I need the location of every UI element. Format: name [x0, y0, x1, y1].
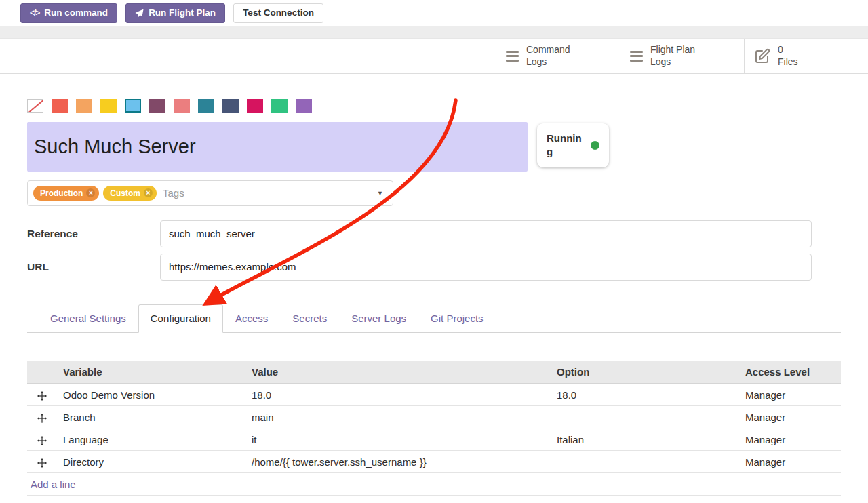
- remove-tag-icon[interactable]: ×: [144, 188, 153, 197]
- add-a-line-link[interactable]: Add a line: [31, 479, 76, 490]
- color-palette: [27, 99, 841, 113]
- cell-access-level[interactable]: Manager: [742, 384, 841, 406]
- tab-configuration[interactable]: Configuration: [138, 304, 223, 333]
- notebook-tabs: General Settings Configuration Access Se…: [27, 304, 841, 333]
- test-connection-label: Test Connection: [243, 8, 314, 18]
- run-command-button[interactable]: </> Run command: [20, 3, 117, 23]
- cell-option[interactable]: Italian: [553, 428, 742, 451]
- table-row[interactable]: Odoo Demo Version 18.0 18.0 Manager: [27, 384, 841, 406]
- cell-variable[interactable]: Language: [60, 428, 248, 451]
- field-group: Reference URL: [27, 220, 841, 281]
- cell-value[interactable]: /home/{{ tower.server.ssh_username }}: [248, 451, 553, 473]
- flight-plan-logs-label: Flight Plan Logs: [650, 44, 711, 68]
- color-swatch[interactable]: [247, 99, 263, 113]
- tag-production[interactable]: Production ×: [33, 186, 99, 201]
- test-connection-button[interactable]: Test Connection: [233, 3, 323, 23]
- table-row[interactable]: Branch main Manager: [27, 406, 841, 428]
- code-icon: </>: [30, 9, 39, 17]
- column-header-value[interactable]: Value: [248, 361, 553, 384]
- toolbar-separator: [0, 26, 868, 39]
- cell-option[interactable]: [553, 406, 742, 428]
- column-header-variable[interactable]: Variable: [60, 361, 248, 384]
- remove-tag-icon[interactable]: ×: [86, 188, 95, 197]
- reference-input[interactable]: [160, 220, 812, 247]
- chevron-down-icon[interactable]: ▼: [377, 190, 383, 197]
- tag-label: Production: [40, 188, 83, 198]
- edit-pencil-icon: [754, 48, 770, 64]
- color-swatch[interactable]: [222, 99, 239, 113]
- run-flight-plan-button[interactable]: Run Flight Plan: [125, 3, 225, 23]
- tag-custom[interactable]: Custom ×: [103, 186, 157, 201]
- color-swatch[interactable]: [76, 99, 92, 113]
- column-header-access-level[interactable]: Access Level: [742, 361, 841, 384]
- tags-placeholder: Tags: [163, 187, 184, 199]
- color-swatch[interactable]: [271, 99, 288, 113]
- add-line-row: Add a line: [27, 473, 841, 496]
- files-label: Files: [778, 56, 839, 68]
- cell-option[interactable]: 18.0: [553, 384, 742, 406]
- status-card[interactable]: Running: [537, 123, 609, 167]
- cell-access-level[interactable]: Manager: [742, 451, 841, 473]
- tab-secrets[interactable]: Secrets: [280, 304, 339, 332]
- configuration-table: Variable Value Option Access Level Odoo …: [27, 361, 841, 496]
- status-running-dot: [591, 141, 599, 150]
- table-row[interactable]: Directory /home/{{ tower.server.ssh_user…: [27, 451, 841, 473]
- drag-handle-column-header: [27, 361, 60, 384]
- tags-field[interactable]: Production × Custom × Tags ▼: [27, 180, 393, 206]
- files-button[interactable]: 0 Files: [744, 39, 868, 73]
- color-swatch[interactable]: [174, 99, 190, 113]
- url-label: URL: [27, 261, 160, 273]
- reference-label: Reference: [27, 228, 160, 240]
- tab-general-settings[interactable]: General Settings: [38, 304, 138, 332]
- form-sheet: Such Much Server Running Production × Cu…: [0, 99, 868, 496]
- cell-variable[interactable]: Directory: [60, 451, 248, 473]
- cell-value[interactable]: main: [248, 406, 553, 428]
- configuration-table-wrap: Variable Value Option Access Level Odoo …: [27, 361, 841, 496]
- files-stat-text: 0 Files: [778, 44, 839, 68]
- reference-row: Reference: [27, 220, 841, 247]
- move-handle-icon[interactable]: [37, 458, 47, 468]
- cell-value[interactable]: it: [248, 428, 553, 451]
- command-logs-label: Command Logs: [526, 44, 587, 68]
- color-swatch[interactable]: [52, 99, 68, 113]
- color-swatch[interactable]: [198, 99, 214, 113]
- cell-option[interactable]: [553, 451, 742, 473]
- cell-access-level[interactable]: Manager: [742, 428, 841, 451]
- files-count: 0: [778, 44, 839, 56]
- url-row: URL: [27, 254, 841, 281]
- table-row[interactable]: Language it Italian Manager: [27, 428, 841, 451]
- color-swatch[interactable]: [296, 99, 312, 113]
- tab-access[interactable]: Access: [223, 304, 280, 332]
- color-swatch-selected[interactable]: [125, 99, 141, 113]
- status-label: Running: [547, 132, 583, 159]
- tag-label: Custom: [110, 188, 140, 198]
- title-row: Such Much Server Running: [27, 122, 841, 172]
- tab-server-logs[interactable]: Server Logs: [339, 304, 418, 332]
- move-handle-icon[interactable]: [37, 391, 47, 401]
- tab-git-projects[interactable]: Git Projects: [418, 304, 496, 332]
- server-title[interactable]: Such Much Server: [27, 122, 528, 172]
- run-flight-plan-label: Run Flight Plan: [149, 8, 216, 18]
- cell-variable[interactable]: Odoo Demo Version: [60, 384, 248, 406]
- url-input[interactable]: [160, 254, 812, 281]
- menu-lines-icon: [506, 51, 519, 62]
- color-swatch-none[interactable]: [27, 99, 43, 113]
- column-header-option[interactable]: Option: [553, 361, 742, 384]
- flight-plan-logs-button[interactable]: Flight Plan Logs: [620, 39, 744, 73]
- cell-value[interactable]: 18.0: [248, 384, 553, 406]
- move-handle-icon[interactable]: [37, 414, 47, 423]
- cell-variable[interactable]: Branch: [60, 406, 248, 428]
- top-toolbar: </> Run command Run Flight Plan Test Con…: [0, 0, 868, 26]
- color-swatch[interactable]: [100, 99, 117, 113]
- form-header: Command Logs Flight Plan Logs 0 Files: [0, 39, 868, 74]
- run-command-label: Run command: [44, 8, 108, 18]
- cell-access-level[interactable]: Manager: [742, 406, 841, 428]
- table-header-row: Variable Value Option Access Level: [27, 361, 841, 384]
- menu-lines-icon: [630, 51, 643, 62]
- color-swatch[interactable]: [149, 99, 165, 113]
- move-handle-icon[interactable]: [37, 436, 47, 445]
- paper-plane-icon: [135, 9, 144, 18]
- command-logs-button[interactable]: Command Logs: [496, 39, 620, 73]
